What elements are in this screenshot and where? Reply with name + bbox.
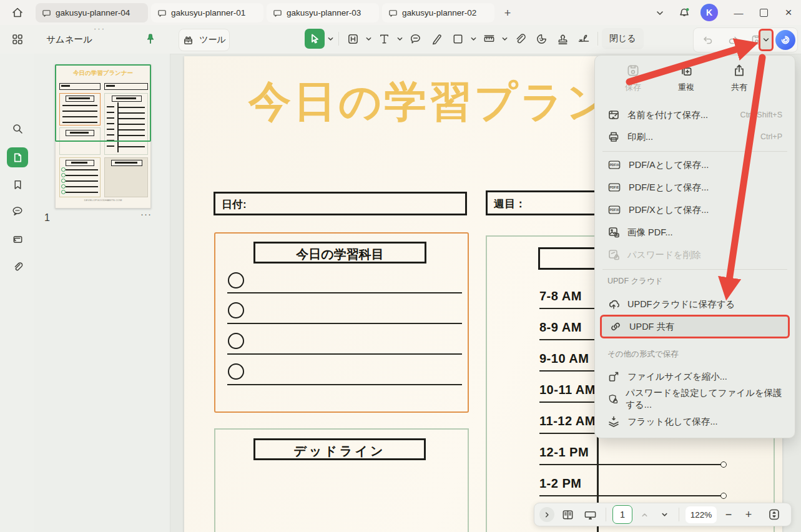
tab-gakusyu-planner-01[interactable]: gakusyu-planner-01	[151, 3, 263, 22]
updf-app-window: gakusyu-planner-04 gakusyu-planner-01 ga…	[0, 0, 801, 532]
cloud-upload-icon	[607, 298, 620, 310]
attachments-panel-icon[interactable]	[7, 229, 28, 249]
tab-gakusyu-planner-02[interactable]: gakusyu-planner-02	[382, 3, 494, 22]
viewport-indicator[interactable]	[55, 64, 151, 142]
zoom-in-button[interactable]: +	[740, 506, 757, 523]
tabs-chevron-down-icon[interactable]	[652, 5, 668, 21]
time-slot: 11-12 AM	[539, 414, 596, 428]
tab-label: gakusyu-planner-02	[402, 8, 476, 17]
signature-tool-button[interactable]	[574, 29, 594, 49]
menu-item-remove-password: パスワードを削除	[600, 244, 790, 265]
shape-tool-chevron-down-icon[interactable]	[469, 29, 478, 49]
updf-ai-icon[interactable]	[775, 30, 795, 50]
new-tab-button[interactable]: +	[499, 5, 516, 21]
deadline-header-box: デッドライン	[253, 438, 426, 460]
svg-text:PDF/A: PDF/A	[609, 163, 619, 167]
bookmarks-icon[interactable]	[7, 174, 28, 194]
pin-panel-icon[interactable]	[142, 30, 159, 47]
menu-item-print[interactable]: 印刷... Ctrl+P	[600, 126, 790, 147]
page-number-input[interactable]: 1	[612, 505, 632, 524]
redo-icon[interactable]	[724, 30, 744, 50]
tab-gakusyu-planner-04[interactable]: gakusyu-planner-04	[36, 3, 148, 22]
menu-shortcut: Ctrl+Shift+S	[740, 111, 782, 119]
tool-cluster: 閉じる	[305, 28, 644, 49]
subjects-section: 今日の学習科目	[214, 232, 469, 413]
page-layout-icon[interactable]	[558, 506, 577, 523]
paperclip-icon[interactable]	[7, 257, 28, 277]
pdfa-icon: PDF/A	[607, 159, 621, 170]
menu-item-save-to-updf-cloud[interactable]: UPDFクラウドに保存する	[600, 293, 790, 315]
menu-item-flatten-and-save[interactable]: フラット化して保存...	[600, 411, 790, 432]
quick-save-button[interactable]: 保存	[606, 63, 660, 93]
previous-page-chevron-up-icon[interactable]	[636, 506, 652, 523]
home-button[interactable]	[6, 2, 29, 22]
close-window-button[interactable]: ×	[776, 0, 801, 25]
menu-item-updf-share[interactable]: UPDF 共有	[600, 315, 790, 338]
comment-tool-button[interactable]	[405, 29, 425, 49]
comments-icon[interactable]	[7, 201, 28, 221]
measure-tool-chevron-down-icon[interactable]	[500, 29, 509, 49]
menu-item-label: ファイルサイズを縮小...	[627, 371, 727, 383]
document-tab-icon	[157, 8, 167, 17]
subject-circle	[228, 302, 244, 318]
menu-item-protect-with-password[interactable]: パスワードを設定してファイルを保護する...	[600, 388, 790, 410]
remove-password-icon	[607, 249, 620, 261]
duplicate-button[interactable]: 重複	[659, 63, 713, 93]
zoom-level[interactable]: 122%	[686, 506, 717, 523]
document-tab-icon	[273, 8, 282, 17]
measure-tool-button[interactable]	[479, 29, 499, 49]
notification-dot	[686, 8, 689, 11]
select-tool-chevron-down-icon[interactable]	[326, 29, 335, 49]
collapse-bar-chevron-right-icon[interactable]	[539, 507, 554, 522]
minimize-button[interactable]: —	[726, 0, 751, 25]
shield-lock-icon	[607, 393, 618, 405]
select-tool-button[interactable]	[305, 29, 325, 49]
print-icon	[607, 131, 620, 143]
panels-grid-icon[interactable]	[7, 29, 27, 49]
menu-shortcut: Ctrl+P	[760, 132, 782, 141]
panel-resize-handle[interactable]: ···	[94, 24, 106, 33]
menu-item-image-pdf[interactable]: 画像 PDF...	[600, 222, 790, 243]
fit-page-button[interactable]	[765, 506, 783, 523]
sticker-tool-button[interactable]	[531, 29, 551, 49]
menu-item-label: フラット化して保存...	[627, 416, 718, 428]
thumbnail-more-icon[interactable]: ···	[140, 209, 152, 219]
attachment-tool-button[interactable]	[510, 29, 530, 49]
quick-save-label: 保存	[625, 82, 641, 93]
time-slot: 12-1 PM	[539, 445, 589, 460]
menu-item-save-as-pdfa[interactable]: PDF/A PDF/Aとして保存...	[600, 154, 790, 175]
maximize-icon	[760, 9, 768, 17]
pen-tool-button[interactable]	[426, 29, 446, 49]
notifications-bell-icon[interactable]	[676, 4, 693, 22]
menu-item-reduce-file-size[interactable]: ファイルサイズを縮小...	[600, 366, 790, 387]
subject-circle	[228, 363, 244, 380]
thumbnail-footer-url: DEVELOPGOODHABITS.COM	[69, 199, 137, 202]
text-tool-button[interactable]	[374, 29, 394, 49]
share-button[interactable]: 共有	[712, 63, 766, 93]
avatar[interactable]: K	[700, 4, 718, 21]
menu-item-save-as[interactable]: 名前を付けて保存... Ctrl+Shift+S	[600, 104, 790, 126]
search-icon[interactable]	[7, 119, 28, 139]
menu-item-label: PDF/Eとして保存...	[629, 182, 709, 194]
shape-tool-button[interactable]	[448, 29, 468, 49]
text-tool-chevron-down-icon[interactable]	[395, 29, 404, 49]
close-edit-button[interactable]: 閉じる	[602, 28, 644, 49]
tab-gakusyu-planner-03[interactable]: gakusyu-planner-03	[267, 3, 379, 22]
page-thumbnail[interactable]: 今日の学習プランナー	[55, 64, 151, 209]
thumbnails-panel-icon[interactable]	[7, 147, 28, 167]
tools-box-icon	[182, 34, 194, 46]
stamp-tool-button[interactable]	[553, 29, 572, 49]
menu-item-save-as-pdfx[interactable]: PDF/X PDF/Xとして保存...	[600, 199, 790, 220]
menu-item-label: PDF/Xとして保存...	[629, 204, 709, 216]
maximize-button[interactable]	[751, 0, 776, 25]
next-page-chevron-down-icon[interactable]	[656, 506, 672, 523]
undo-icon[interactable]	[697, 30, 717, 50]
menu-item-save-as-pdfe[interactable]: PDF/E PDF/Eとして保存...	[600, 177, 790, 198]
time-slot: 1-2 PM	[539, 476, 581, 491]
zoom-out-button[interactable]: −	[720, 506, 737, 523]
heading-tool-chevron-down-icon[interactable]	[364, 29, 373, 49]
tools-button[interactable]: ツール	[179, 29, 230, 51]
heading-tool-button[interactable]	[343, 29, 363, 49]
presentation-mode-icon[interactable]	[581, 506, 599, 523]
save-options-chevron-down-icon[interactable]	[759, 29, 774, 51]
